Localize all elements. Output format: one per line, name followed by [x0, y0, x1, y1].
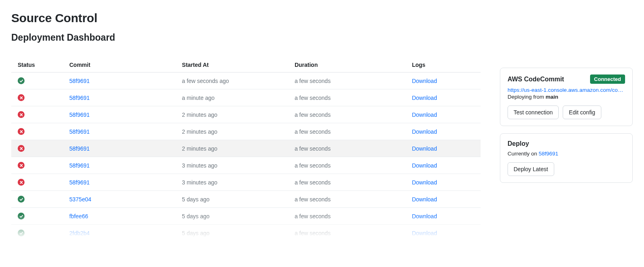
x-circle-icon — [18, 145, 25, 152]
table-row[interactable]: 58f9691a minute agoa few secondsDownload — [11, 89, 481, 106]
table-row[interactable]: fbfee665 days agoa few secondsDownload — [11, 208, 481, 225]
check-circle-icon — [18, 196, 25, 203]
codecommit-card: AWS CodeCommit Connected https://us-east… — [500, 68, 633, 126]
x-circle-icon — [18, 94, 25, 101]
x-circle-icon — [18, 162, 25, 169]
duration-cell: a few seconds — [288, 157, 406, 174]
page-title: Source Control — [11, 11, 481, 25]
deployments-table-wrap: Status Commit Started At Duration Logs 5… — [11, 58, 481, 239]
commit-link[interactable]: 58f9691 — [69, 145, 90, 152]
table-row[interactable]: 58f96912 minutes agoa few secondsDownloa… — [11, 123, 481, 140]
duration-cell: a few seconds — [288, 174, 406, 191]
col-header-logs: Logs — [405, 58, 481, 72]
table-row[interactable]: 58f96912 minutes agoa few secondsDownloa… — [11, 106, 481, 123]
deploy-current-text: Currently on 58f9691 — [508, 151, 625, 157]
started-at-cell: 2 minutes ago — [175, 140, 288, 157]
col-header-duration: Duration — [288, 58, 406, 72]
table-row[interactable]: 58f96912 minutes agoa few secondsDownloa… — [11, 140, 481, 157]
x-circle-icon — [18, 128, 25, 135]
check-circle-icon — [18, 213, 25, 219]
table-row[interactable]: 58f9691a few seconds agoa few secondsDow… — [11, 72, 481, 89]
duration-cell: a few seconds — [288, 208, 406, 225]
started-at-cell: 2 minutes ago — [175, 123, 288, 140]
deploy-from-branch: main — [546, 94, 559, 100]
download-logs-link[interactable]: Download — [412, 196, 437, 203]
commit-link[interactable]: 58f9691 — [69, 162, 90, 169]
commit-link[interactable]: 58f9691 — [69, 179, 90, 186]
commit-link[interactable]: fbfee66 — [69, 213, 88, 219]
dashboard-title: Deployment Dashboard — [11, 32, 481, 43]
x-circle-icon — [18, 179, 25, 186]
deploy-card: Deploy Currently on 58f9691 Deploy Lates… — [500, 133, 633, 183]
duration-cell: a few seconds — [288, 123, 406, 140]
started-at-cell: 5 days ago — [175, 208, 288, 225]
commit-link[interactable]: 5375e04 — [69, 196, 91, 203]
deploy-card-title: Deploy — [508, 140, 625, 147]
test-connection-button[interactable]: Test connection — [508, 106, 559, 119]
commit-link[interactable]: 58f9691 — [69, 112, 90, 118]
deployments-table: Status Commit Started At Duration Logs 5… — [11, 58, 481, 239]
deploy-current-commit-link[interactable]: 58f9691 — [539, 151, 558, 157]
started-at-cell: 2 minutes ago — [175, 106, 288, 123]
col-header-started-at: Started At — [175, 58, 288, 72]
commit-link[interactable]: 58f9691 — [69, 95, 90, 101]
duration-cell: a few seconds — [288, 89, 406, 106]
deploy-latest-button[interactable]: Deploy Latest — [508, 162, 554, 176]
table-row[interactable]: 2fdb2b45 days agoa few secondsDownload — [11, 225, 481, 239]
download-logs-link[interactable]: Download — [412, 162, 437, 169]
table-row[interactable]: 5375e045 days agoa few secondsDownload — [11, 191, 481, 208]
duration-cell: a few seconds — [288, 72, 406, 89]
download-logs-link[interactable]: Download — [412, 78, 437, 84]
deploy-from-prefix: Deploying from — [508, 94, 546, 100]
col-header-commit: Commit — [63, 58, 175, 72]
col-header-status: Status — [11, 58, 63, 72]
table-row[interactable]: 58f96913 minutes agoa few secondsDownloa… — [11, 157, 481, 174]
download-logs-link[interactable]: Download — [412, 179, 437, 186]
started-at-cell: 5 days ago — [175, 191, 288, 208]
codecommit-card-title: AWS CodeCommit — [508, 76, 564, 83]
duration-cell: a few seconds — [288, 140, 406, 157]
table-row[interactable]: 58f96913 minutes agoa few secondsDownloa… — [11, 174, 481, 191]
started-at-cell: 3 minutes ago — [175, 174, 288, 191]
connected-badge: Connected — [590, 75, 625, 84]
codecommit-url-link[interactable]: https://us-east-1.console.aws.amazon.com… — [508, 87, 625, 93]
download-logs-link[interactable]: Download — [412, 230, 437, 236]
deploy-from-text: Deploying from main — [508, 94, 625, 100]
download-logs-link[interactable]: Download — [412, 112, 437, 118]
check-circle-icon — [18, 77, 25, 84]
deploy-current-prefix: Currently on — [508, 151, 539, 157]
started-at-cell: 3 minutes ago — [175, 157, 288, 174]
commit-link[interactable]: 58f9691 — [69, 128, 90, 135]
download-logs-link[interactable]: Download — [412, 213, 437, 219]
download-logs-link[interactable]: Download — [412, 95, 437, 101]
duration-cell: a few seconds — [288, 225, 406, 239]
commit-link[interactable]: 2fdb2b4 — [69, 230, 90, 236]
download-logs-link[interactable]: Download — [412, 128, 437, 135]
started-at-cell: a few seconds ago — [175, 72, 288, 89]
started-at-cell: 5 days ago — [175, 225, 288, 239]
duration-cell: a few seconds — [288, 191, 406, 208]
duration-cell: a few seconds — [288, 106, 406, 123]
edit-config-button[interactable]: Edit config — [563, 106, 601, 119]
commit-link[interactable]: 58f9691 — [69, 78, 90, 84]
x-circle-icon — [18, 111, 25, 118]
check-circle-icon — [18, 230, 25, 236]
download-logs-link[interactable]: Download — [412, 145, 437, 152]
started-at-cell: a minute ago — [175, 89, 288, 106]
